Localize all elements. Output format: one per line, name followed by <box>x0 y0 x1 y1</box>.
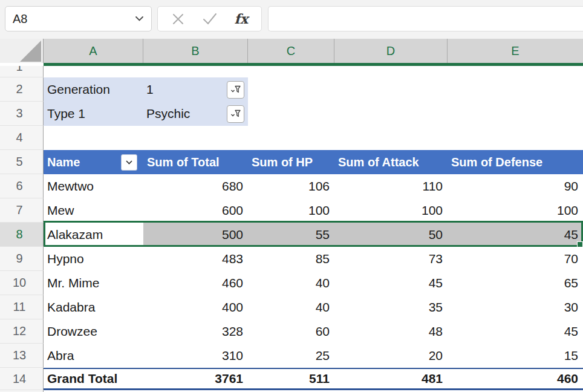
row-header-11[interactable]: 11 <box>0 295 44 319</box>
cell-B8[interactable]: 500 <box>143 223 248 247</box>
empty-cells-1[interactable] <box>44 66 583 77</box>
pivot-header-col4[interactable]: Sum of Defense <box>448 150 583 174</box>
row-number: 9 <box>16 252 22 266</box>
cell-A2-filter-label[interactable]: Generation <box>44 77 143 102</box>
row-number: 7 <box>16 203 22 217</box>
cell-B6[interactable]: 680 <box>143 174 248 198</box>
pivot-header-label: Sum of Attack <box>338 155 419 169</box>
pivot-header-col3[interactable]: Sum of Attack <box>334 150 448 174</box>
row-header-1[interactable]: 1 <box>0 66 44 77</box>
cell-B3-filter-value[interactable]: Psychic <box>143 102 248 126</box>
cell-C13[interactable]: 25 <box>248 344 334 368</box>
cell-C14[interactable]: 511 <box>248 368 334 390</box>
cell-A9[interactable]: Hypno <box>44 247 143 271</box>
cell-A7[interactable]: Mew <box>44 198 143 223</box>
cell-B10[interactable]: 460 <box>143 271 248 295</box>
cell-B13[interactable]: 310 <box>143 344 248 368</box>
row-header-2[interactable]: 2 <box>0 77 44 102</box>
empty-cells-2[interactable] <box>248 77 583 102</box>
pivot-header-col2[interactable]: Sum of HP <box>248 150 334 174</box>
row-number: 10 <box>13 276 26 290</box>
cell-D7[interactable]: 100 <box>334 198 448 223</box>
cell-C6[interactable]: 106 <box>248 174 334 198</box>
checkmark-icon[interactable] <box>202 12 218 25</box>
cell-E13[interactable]: 15 <box>448 344 583 368</box>
cell-A8[interactable]: Alakazam <box>44 223 143 247</box>
cell-E14[interactable]: 460 <box>448 368 583 390</box>
pivot-header-name[interactable]: Name <box>44 150 143 174</box>
cell-B11[interactable]: 400 <box>143 295 248 319</box>
fx-icon[interactable]: fx <box>234 11 248 27</box>
column-header-E[interactable]: E <box>448 39 583 63</box>
cell-D12[interactable]: 48 <box>334 319 448 344</box>
cell-A13[interactable]: Abra <box>44 344 143 368</box>
row-header-8[interactable]: 8 <box>0 223 44 247</box>
select-all-button[interactable] <box>0 39 44 63</box>
cell-B7[interactable]: 600 <box>143 198 248 223</box>
cell-C9[interactable]: 85 <box>248 247 334 271</box>
row-header-9[interactable]: 9 <box>0 247 44 271</box>
row-header-7[interactable]: 7 <box>0 198 44 223</box>
cell-D10[interactable]: 45 <box>334 271 448 295</box>
sheet-rows: 12Generation13Type 1Psychic45NameSum of … <box>0 66 583 392</box>
cell-A14[interactable]: Grand Total <box>44 368 143 390</box>
cell-B12[interactable]: 328 <box>143 319 248 344</box>
cancel-x-icon[interactable] <box>171 12 185 26</box>
cell-E8[interactable]: 45 <box>448 223 583 247</box>
cell-C10[interactable]: 40 <box>248 271 334 295</box>
cell-E12[interactable]: 45 <box>448 319 583 344</box>
cell-C7[interactable]: 100 <box>248 198 334 223</box>
cell-D14[interactable]: 481 <box>334 368 448 390</box>
cell-A11[interactable]: Kadabra <box>44 295 143 319</box>
cell-A6[interactable]: Mewtwo <box>44 174 143 198</box>
empty-cells-4[interactable] <box>44 126 583 150</box>
row-header-3[interactable]: 3 <box>0 102 44 126</box>
column-header-C[interactable]: C <box>248 39 334 63</box>
column-header-B[interactable]: B <box>143 39 248 63</box>
row-number: 11 <box>13 300 26 314</box>
cell-C12[interactable]: 60 <box>248 319 334 344</box>
cell-E10[interactable]: 65 <box>448 271 583 295</box>
sheet-row-14: 14Grand Total3761511481460 <box>0 368 583 390</box>
cell-E7[interactable]: 100 <box>448 198 583 223</box>
row-header-10[interactable]: 10 <box>0 271 44 295</box>
cell-B14[interactable]: 3761 <box>143 368 248 390</box>
cell-A12[interactable]: Drowzee <box>44 319 143 344</box>
row-header-6[interactable]: 6 <box>0 174 44 198</box>
cell-E9[interactable]: 70 <box>448 247 583 271</box>
cell-E6[interactable]: 90 <box>448 174 583 198</box>
row-header-5[interactable]: 5 <box>0 150 44 174</box>
pivot-header-col1[interactable]: Sum of Total <box>143 150 248 174</box>
cell-B2-filter-value[interactable]: 1 <box>143 77 248 102</box>
cell-A3-filter-label[interactable]: Type 1 <box>44 102 143 126</box>
chevron-down-icon[interactable] <box>135 16 144 22</box>
column-header-A[interactable]: A <box>44 39 143 63</box>
sheet-row-7: 7Mew600100100100 <box>0 198 583 223</box>
cell-D9[interactable]: 73 <box>334 247 448 271</box>
cell-B9[interactable]: 483 <box>143 247 248 271</box>
name-box[interactable]: A8 <box>5 6 152 31</box>
row-header-14[interactable]: 14 <box>0 368 44 390</box>
name-filter-dropdown-button[interactable] <box>121 154 137 171</box>
cell-D8[interactable]: 50 <box>334 223 448 247</box>
sheet-row-13: 13Abra310252015 <box>0 344 583 368</box>
row-number: 2 <box>16 82 22 96</box>
filter-button[interactable] <box>227 81 244 99</box>
sheet-row-6: 6Mewtwo68010611090 <box>0 174 583 198</box>
cell-E11[interactable]: 30 <box>448 295 583 319</box>
cell-A10[interactable]: Mr. Mime <box>44 271 143 295</box>
sheet-row-9: 9Hypno483857370 <box>0 247 583 271</box>
filter-button[interactable] <box>227 105 244 123</box>
cell-C11[interactable]: 40 <box>248 295 334 319</box>
row-header-12[interactable]: 12 <box>0 319 44 344</box>
cell-C8[interactable]: 55 <box>248 223 334 247</box>
row-header-4[interactable]: 4 <box>0 126 44 150</box>
cell-D6[interactable]: 110 <box>334 174 448 198</box>
cell-D11[interactable]: 35 <box>334 295 448 319</box>
column-header-D[interactable]: D <box>334 39 448 63</box>
row-header-13[interactable]: 13 <box>0 344 44 368</box>
empty-cells-3[interactable] <box>248 102 583 126</box>
cell-D13[interactable]: 20 <box>334 344 448 368</box>
formula-bar-input[interactable] <box>268 6 583 31</box>
name-box-value: A8 <box>13 12 27 26</box>
